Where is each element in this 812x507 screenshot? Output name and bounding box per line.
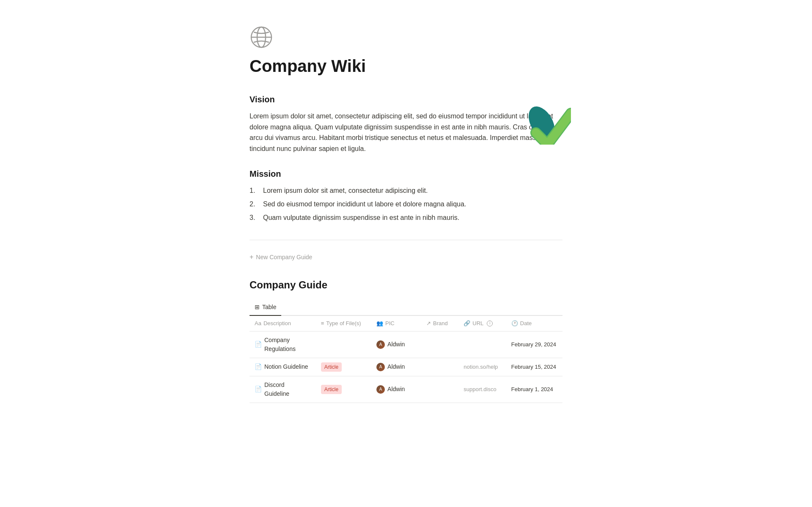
page-container: Company Wiki Vision Lorem ipsum dolor si… [216, 0, 596, 437]
add-new-company-guide-button[interactable]: + New Company Guide [250, 250, 562, 264]
doc-icon: 📄 [255, 362, 262, 371]
doc-icon: 📄 [255, 385, 262, 394]
avatar: A [376, 385, 385, 394]
list-item: 1. Lorem ipsum dolor sit amet, consectet… [250, 185, 562, 196]
cell-pic: A Aldwin [371, 376, 421, 403]
cell-url: notion.so/help [458, 358, 506, 376]
tab-table[interactable]: ⊞ Table [250, 299, 281, 316]
company-guide-title: Company Guide [250, 277, 562, 293]
cell-type: Article [316, 376, 371, 403]
cell-description: 📄 Company Regulations [250, 331, 316, 358]
list-item: 3. Quam vulputate dignissim suspendisse … [250, 212, 562, 223]
divider [250, 240, 562, 240]
doc-icon: 📄 [255, 340, 262, 349]
cell-type: Article [316, 358, 371, 376]
url-info-icon: i [487, 321, 493, 326]
th-description: Aa Description [250, 316, 316, 331]
vision-heading: Vision [250, 93, 562, 106]
vision-body: Lorem ipsum dolor sit amet, consectetur … [250, 111, 562, 154]
cell-url: support.disco [458, 376, 506, 403]
cell-description: 📄 Notion Guideline [250, 358, 316, 376]
table-row[interactable]: 📄 Notion Guideline Article A Aldwin [250, 358, 562, 376]
vision-section: Vision Lorem ipsum dolor sit amet, conse… [250, 93, 562, 154]
mission-heading: Mission [250, 167, 562, 180]
cell-date: February 15, 2024 [506, 358, 562, 376]
mission-list: 1. Lorem ipsum dolor sit amet, consectet… [250, 185, 562, 223]
mission-section: Mission 1. Lorem ipsum dolor sit amet, c… [250, 167, 562, 223]
table-header-row: Aa Description ≡ Type of File(s) 👥 [250, 316, 562, 331]
company-guide-table: Aa Description ≡ Type of File(s) 👥 [250, 316, 562, 403]
cell-url [458, 331, 506, 358]
avatar: A [376, 340, 385, 349]
cell-pic: A Aldwin [371, 358, 421, 376]
th-brand: ↗ Brand [421, 316, 458, 331]
cell-description: 📄 Discord Guideline [250, 376, 316, 403]
cell-type [316, 331, 371, 358]
list-item: 2. Sed do eiusmod tempor incididunt ut l… [250, 199, 562, 210]
cell-date: February 1, 2024 [506, 376, 562, 403]
table-row[interactable]: 📄 Company Regulations A Aldwin [250, 331, 562, 358]
table-icon: ⊞ [255, 303, 260, 312]
plus-icon: + [250, 252, 253, 262]
cell-brand [421, 358, 458, 376]
cell-brand [421, 331, 458, 358]
th-pic: 👥 PIC [371, 316, 421, 331]
page-title: Company Wiki [250, 56, 562, 76]
avatar: A [376, 363, 385, 371]
checkmark-graphic [520, 101, 571, 144]
page-icon [250, 25, 273, 49]
th-date: 🕐 Date [506, 316, 562, 331]
table-row[interactable]: 📄 Discord Guideline Article A Aldwin [250, 376, 562, 403]
company-guide-section: Company Guide ⊞ Table Aa Description [250, 277, 562, 403]
cell-brand [421, 376, 458, 403]
th-type: ≡ Type of File(s) [316, 316, 371, 331]
cell-date: February 29, 2024 [506, 331, 562, 358]
table-tabs: ⊞ Table [250, 299, 562, 316]
th-url: 🔗 URL i [458, 316, 506, 331]
cell-pic: A Aldwin [371, 331, 421, 358]
